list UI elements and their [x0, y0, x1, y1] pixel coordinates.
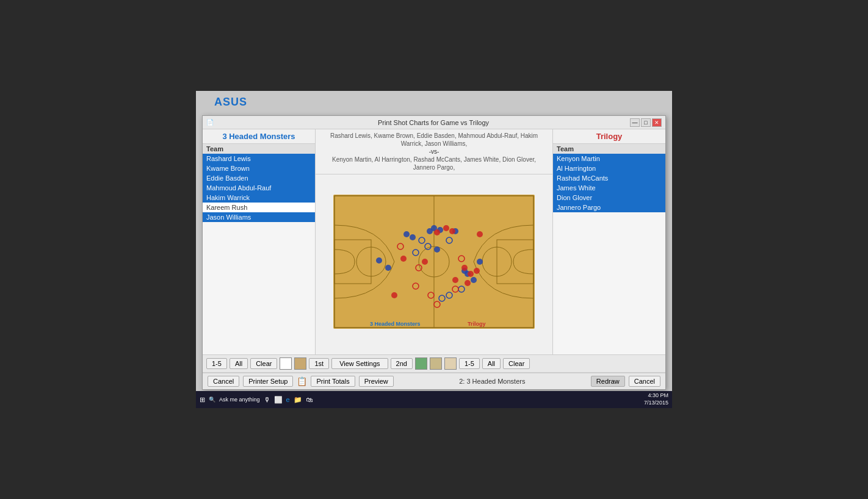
- taskbar: ⊞ 🔍 Ask me anything 🎙 ⬜ e 📁 🛍 4:30 PM 7/…: [196, 391, 672, 408]
- svg-point-33: [461, 265, 468, 271]
- svg-point-12: [410, 234, 416, 240]
- close-button[interactable]: ✕: [652, 118, 662, 127]
- print-totals-button[interactable]: Print Totals: [311, 376, 355, 387]
- button-bar: 1-5 All Clear 1st View Settings 2nd 1-5 …: [203, 354, 665, 373]
- period2-button[interactable]: 2nd: [391, 358, 413, 369]
- minimize-button[interactable]: —: [630, 118, 640, 127]
- main-window: 📄 Print Shot Charts for Game vs Trilogy …: [202, 115, 666, 390]
- svg-point-36: [465, 280, 471, 286]
- titlebar: 📄 Print Shot Charts for Game vs Trilogy …: [203, 116, 665, 129]
- home-players: Rashard Lewis, Kwame Brown, Eddie Basden…: [330, 132, 538, 147]
- list-item[interactable]: Mahmoud Abdul-Rauf: [203, 183, 315, 193]
- period1-button[interactable]: 1st: [309, 358, 329, 369]
- color-swatch-white[interactable]: [280, 357, 292, 370]
- svg-point-30: [434, 229, 440, 235]
- left-all-button[interactable]: All: [230, 358, 248, 369]
- list-item[interactable]: Hakim Warrick: [203, 193, 315, 203]
- list-item[interactable]: Kareem Rush: [203, 203, 315, 212]
- svg-point-28: [443, 225, 449, 231]
- svg-point-15: [477, 259, 483, 265]
- list-item[interactable]: Eddie Basden: [203, 173, 315, 183]
- right-list-header: Team: [553, 144, 665, 154]
- maximize-button[interactable]: □: [641, 118, 651, 127]
- player-names-header: Rashard Lewis, Kwame Brown, Eddie Basden…: [316, 129, 552, 174]
- bottom-bar: Cancel Printer Setup 📋 Print Totals Prev…: [203, 373, 665, 389]
- color-swatch-green[interactable]: [415, 357, 427, 370]
- right-range-button[interactable]: 1-5: [459, 358, 480, 369]
- svg-point-19: [434, 246, 440, 253]
- main-area: 3 Headed Monsters Team Rashard Lewis Kwa…: [203, 129, 665, 354]
- asus-logo: ASUS: [214, 96, 247, 109]
- svg-point-34: [468, 271, 474, 277]
- right-team-name: Trilogy: [553, 129, 665, 144]
- svg-point-35: [474, 268, 480, 274]
- list-item[interactable]: Rashard Lewis: [203, 154, 315, 163]
- window-controls: — □ ✕: [630, 118, 662, 127]
- cancel-button[interactable]: Cancel: [208, 376, 239, 387]
- svg-point-38: [391, 292, 397, 298]
- svg-point-39: [422, 259, 428, 265]
- left-panel: 3 Headed Monsters Team Rashard Lewis Kwa…: [203, 129, 316, 354]
- list-item[interactable]: Kwame Brown: [203, 163, 315, 173]
- window-content: 3 Headed Monsters Team Rashard Lewis Kwa…: [203, 129, 665, 389]
- right-panel: Trilogy Team Kenyon Martin Al Harrington…: [552, 129, 665, 354]
- right-player-list: Team Kenyon Martin Al Harrington Rashad …: [553, 144, 665, 354]
- left-range-button[interactable]: 1-5: [206, 358, 227, 369]
- list-item[interactable]: Kenyon Martin: [553, 154, 665, 163]
- svg-point-20: [376, 257, 382, 264]
- away-players: Kenyon Martin, Al Harrington, Rashad McC…: [332, 156, 536, 171]
- list-item[interactable]: Jason Williams: [203, 212, 315, 222]
- paste-icon[interactable]: 📋: [297, 376, 307, 386]
- color-swatch-beige[interactable]: [444, 357, 457, 370]
- search-label[interactable]: Ask me anything: [219, 397, 260, 403]
- right-all-button[interactable]: All: [482, 358, 501, 369]
- task-view-icon[interactable]: ⬜: [274, 396, 283, 404]
- court-svg: 3 Headed Monsters Trilogy: [333, 195, 535, 335]
- center-panel: Rashard Lewis, Kwame Brown, Eddie Basden…: [316, 129, 552, 354]
- list-item[interactable]: James White: [553, 183, 665, 193]
- svg-point-17: [471, 277, 477, 283]
- status-text: 2: 3 Headed Monsters: [397, 378, 587, 385]
- folder-icon[interactable]: 📁: [294, 396, 302, 404]
- search-icon: 🔍: [209, 397, 215, 403]
- svg-point-10: [427, 228, 433, 234]
- printer-setup-button[interactable]: Printer Setup: [243, 376, 293, 387]
- vs-text: -vs-: [429, 148, 439, 155]
- preview-button[interactable]: Preview: [359, 376, 394, 387]
- windows-icon[interactable]: ⊞: [200, 396, 205, 404]
- left-clear-button[interactable]: Clear: [250, 358, 277, 369]
- list-item[interactable]: Jannero Pargo: [553, 203, 665, 212]
- mic-icon[interactable]: 🎙: [264, 396, 270, 403]
- window-title: Print Shot Charts for Game vs Trilogy: [237, 119, 630, 126]
- svg-text:3 Headed Monsters: 3 Headed Monsters: [370, 321, 421, 327]
- color-swatch-tan[interactable]: [294, 357, 306, 370]
- taskbar-time: 4:30 PM 7/13/2015: [644, 392, 668, 406]
- list-item[interactable]: Rashad McCants: [553, 173, 665, 183]
- svg-point-11: [403, 231, 410, 237]
- svg-point-32: [400, 256, 407, 262]
- store-icon[interactable]: 🛍: [306, 396, 313, 403]
- left-player-list: Team Rashard Lewis Kwame Brown Eddie Bas…: [203, 144, 315, 354]
- svg-text:Trilogy: Trilogy: [468, 321, 486, 327]
- redraw-button[interactable]: Redraw: [591, 376, 625, 387]
- left-list-header: Team: [203, 144, 315, 154]
- svg-point-37: [452, 277, 458, 283]
- right-clear-button[interactable]: Clear: [503, 358, 530, 369]
- left-team-name: 3 Headed Monsters: [203, 129, 315, 144]
- svg-point-14: [385, 265, 391, 271]
- list-item[interactable]: Dion Glover: [553, 193, 665, 203]
- svg-point-29: [449, 228, 455, 234]
- view-settings-button[interactable]: View Settings: [331, 358, 388, 369]
- cancel2-button[interactable]: Cancel: [629, 376, 660, 387]
- list-item[interactable]: Al Harrington: [553, 163, 665, 173]
- color-swatch-tan2[interactable]: [430, 357, 442, 370]
- screen: ASUS 📄 Print Shot Charts for Game vs Tri…: [196, 91, 672, 408]
- edge-icon[interactable]: e: [286, 396, 290, 403]
- svg-point-31: [477, 231, 483, 237]
- court-container: 3 Headed Monsters Trilogy: [316, 174, 552, 354]
